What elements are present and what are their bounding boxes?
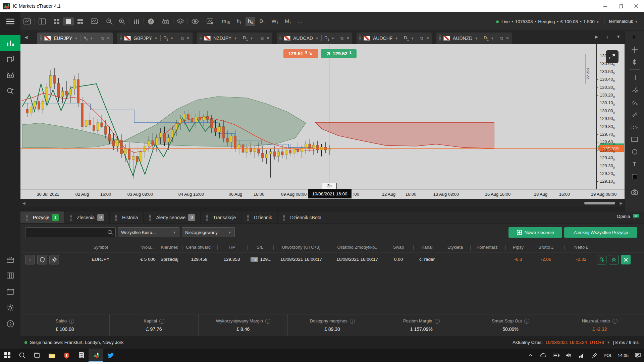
chevron-down-icon[interactable]: ▼	[170, 37, 174, 40]
popout-icon[interactable]: ⧉	[181, 36, 184, 41]
close-tab-icon[interactable]: ✕	[426, 36, 429, 41]
sidebar-item-help[interactable]: ?	[0, 316, 20, 332]
timeframe-m15-button[interactable]: m15	[219, 17, 233, 26]
chart-tab-audnzd[interactable]: AUDNZD▼D1▼⧉✕	[436, 33, 512, 44]
chevron-down-icon[interactable]: ▼	[90, 37, 93, 40]
calculator-app-icon[interactable]	[74, 349, 89, 362]
timeframe-W1-button[interactable]: W1	[269, 17, 281, 26]
chevron-down-icon[interactable]: ▼	[331, 37, 334, 40]
chart-tab-audcad[interactable]: AUDCAD▼D1▼⧉✕	[277, 33, 352, 44]
tab-timeframe[interactable]: h4	[80, 35, 88, 41]
freehand-pencil-icon[interactable]	[625, 83, 644, 96]
task-view-icon[interactable]	[30, 349, 44, 362]
pen-workspace-icon[interactable]	[588, 349, 601, 362]
popout-icon[interactable]: ⧉	[261, 36, 264, 41]
column-header-pipsy[interactable]: Pipsy	[513, 245, 524, 250]
volume-indicator-icon[interactable]	[130, 18, 143, 25]
panel-tab-historia[interactable]: Historia	[110, 212, 144, 223]
chart-tab-audchf[interactable]: AUDCHF▼D1▼⧉✕	[357, 33, 432, 44]
chevron-down-icon[interactable]: ▼	[411, 37, 414, 40]
start-button[interactable]	[0, 349, 15, 362]
onedrive-cloud-icon[interactable]	[537, 349, 550, 362]
equidistant-channel-icon[interactable]: E	[625, 96, 644, 108]
chevron-down-icon[interactable]: ▼	[74, 37, 78, 40]
brave-browser-icon[interactable]	[59, 349, 74, 362]
layers-icon[interactable]	[174, 18, 187, 25]
popout-icon[interactable]: ⧉	[340, 36, 343, 41]
chart-edit-icon[interactable]	[88, 18, 101, 24]
tab-timeframe[interactable]: D1	[321, 35, 329, 41]
price-axis[interactable]: 129.519 130.700130.600130.500130.400130.…	[596, 44, 625, 189]
zoom-out-icon[interactable]	[103, 18, 116, 25]
taskbar-clock[interactable]: 14:05	[615, 353, 631, 358]
tabs-scroll-right-icon[interactable]: ▶	[595, 34, 598, 40]
tabs-scroll-left-icon[interactable]: ◀	[24, 35, 28, 40]
positions-search-input[interactable]	[25, 230, 108, 235]
column-header-netto-[interactable]: Netto £	[574, 245, 588, 250]
trend-lines-icon[interactable]	[625, 108, 644, 121]
column-header-ostatnio-zmodyfiko-[interactable]: Ostatnio Zmodyfiko..	[337, 245, 377, 250]
quick-trade-icon[interactable]: f	[145, 18, 157, 25]
restore-button[interactable]	[613, 0, 629, 12]
panel-tab-dziennik-cbota[interactable]: Dziennik cBota	[278, 212, 327, 223]
sidebar-item-workspace[interactable]	[0, 267, 20, 284]
crosshair-tool-icon[interactable]	[625, 43, 644, 56]
split-layout-icon[interactable]	[74, 18, 86, 24]
tab-timeframe[interactable]: D1	[481, 35, 488, 41]
popout-icon[interactable]: ⧉	[420, 36, 423, 41]
column-header-utworzony-utc-[interactable]: Utworzony (UTC+3)	[282, 245, 320, 250]
chevron-down-icon[interactable]: ▼	[607, 341, 610, 344]
battery-icon[interactable]	[550, 349, 562, 362]
color-swatch-icon[interactable]	[625, 170, 644, 183]
fibonacci-tool-icon[interactable]: F	[625, 121, 644, 133]
scrollbar-handle[interactable]	[584, 202, 615, 204]
timeframe-M1-button[interactable]: M1	[282, 17, 294, 26]
chart-tab-eurjpy[interactable]: EURJPY▼h4▼⧉✕	[37, 33, 113, 44]
sidebar-item-copy[interactable]	[0, 51, 20, 67]
chevron-down-icon[interactable]: ▼	[250, 37, 253, 40]
speaker-volume-icon[interactable]	[562, 349, 575, 362]
chevron-down-icon[interactable]: ▼	[491, 37, 494, 40]
text-tool-icon[interactable]: T	[625, 158, 644, 170]
more-timeframes-button[interactable]: ...	[295, 17, 305, 25]
ellipse-tool-icon[interactable]	[625, 145, 644, 158]
close-position-button[interactable]	[621, 255, 631, 264]
chevron-down-icon[interactable]: ▼	[234, 37, 237, 40]
chart-scrollbar[interactable]: ◀ ▶	[20, 199, 625, 207]
chevron-down-icon[interactable]: ▼	[395, 37, 398, 40]
timezone-value[interactable]: UTC+3	[590, 340, 604, 345]
column-header-komentarz[interactable]: Komentarz	[477, 245, 498, 250]
position-row[interactable]: i EURJPY€ 5 000Sprzedaj129.458129.353TS1…	[20, 254, 644, 266]
panel-tab-alerty-cenowe[interactable]: Alerty cenowe0	[144, 212, 201, 223]
info-icon[interactable]: i	[350, 319, 355, 324]
sidebar-item-automate[interactable]	[0, 67, 20, 83]
sidebar-item-analyze[interactable]	[0, 83, 20, 99]
column-header-t/p[interactable]: T/P	[228, 245, 235, 250]
chart-plot[interactable]	[20, 44, 596, 189]
chart-tab-nzdjpy[interactable]: NZDJPY▼D1▼⧉✕	[197, 33, 272, 44]
info-icon[interactable]: i	[159, 319, 164, 324]
panel-tab-zlecenia[interactable]: Zlecenia0	[64, 212, 110, 223]
file-explorer-icon[interactable]	[44, 349, 59, 362]
account-status[interactable]: Live ⋆ 1075308 ⋆ Hedging ⋆ £ 100.08 ⋆ 1:…	[496, 19, 599, 24]
keyboard-language[interactable]: POL	[601, 353, 615, 358]
column-header-etykieta[interactable]: Etykieta	[447, 245, 463, 250]
new-order-button[interactable]: Nowe zlecenie	[508, 227, 562, 238]
scroll-left-icon[interactable]: ◀	[22, 201, 25, 205]
column-header-wolu-[interactable]: Wolu...	[141, 245, 155, 250]
popout-icon[interactable]: ⧉	[101, 36, 104, 41]
cbot-robot-icon[interactable]	[159, 18, 172, 24]
ctrader-taskbar-icon[interactable]	[89, 349, 103, 362]
rectangle-tool-icon[interactable]	[625, 133, 644, 145]
sidebar-item-calendar[interactable]	[0, 284, 20, 300]
target-tool-icon[interactable]	[625, 56, 644, 68]
position-settings-gear-icon[interactable]	[49, 255, 59, 264]
user-menu[interactable]: terminalclub ▼	[609, 19, 638, 24]
tabs-list-chevron-icon[interactable]: ▼	[616, 34, 621, 40]
scroll-right-icon[interactable]: ▶	[620, 201, 623, 205]
column-header-kana-[interactable]: Kanał	[421, 245, 432, 250]
timeframe-h1-button[interactable]: h1	[234, 17, 244, 26]
vertical-line-tool-icon[interactable]	[625, 71, 644, 83]
info-icon[interactable]: i	[265, 319, 270, 324]
position-info-button[interactable]: i	[25, 255, 35, 264]
